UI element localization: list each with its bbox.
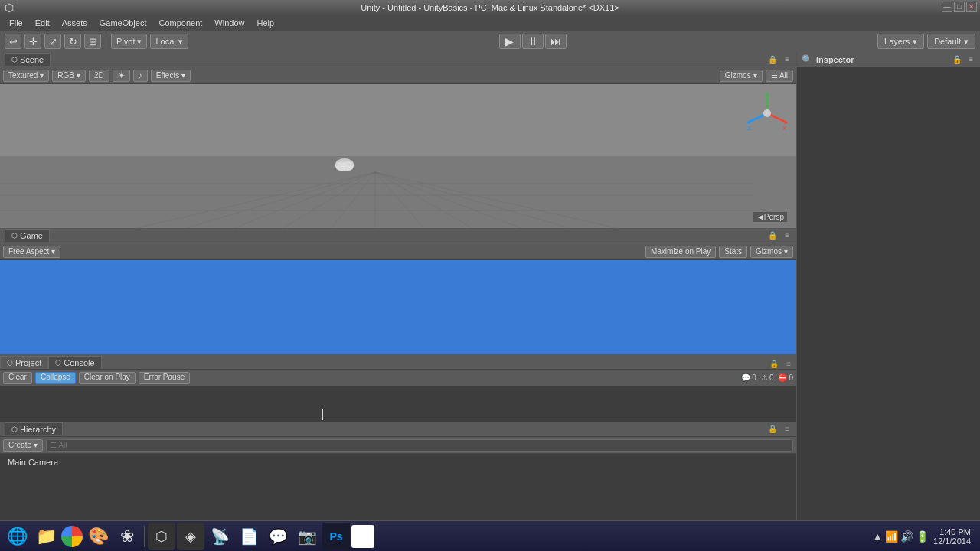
hierarchy-search-input[interactable] (46, 439, 793, 452)
menu-edit[interactable]: Edit (29, 17, 56, 29)
console-panel-options: 🔒 ≡ (767, 359, 796, 369)
clear-button[interactable]: Clear (3, 372, 32, 384)
free-aspect-dropdown[interactable]: Free Aspect ▾ (3, 246, 60, 258)
taskbar-flower-icon[interactable]: ❀ (113, 523, 141, 550)
local-button[interactable]: Local ▾ (150, 34, 188, 49)
game-viewport[interactable] (0, 260, 796, 354)
inspector-icon: 🔍 (802, 54, 813, 65)
tool-move-button[interactable]: ✛ (24, 34, 41, 49)
stats-button[interactable]: Stats (719, 246, 747, 258)
taskbar-ie-icon[interactable]: 🌐 (3, 523, 31, 550)
taskbar-white-box-icon[interactable] (351, 525, 374, 548)
svg-marker-24 (765, 92, 769, 96)
game-lock-icon[interactable]: 🔒 (766, 230, 779, 240)
network-icon[interactable]: 📶 (885, 530, 898, 543)
console-lock-icon[interactable]: 🔒 (767, 359, 781, 369)
menu-file[interactable]: File (3, 17, 29, 29)
taskbar-unity-icon[interactable]: ⬡ (148, 523, 175, 550)
step-button[interactable]: ⏭ (545, 34, 567, 49)
maximize-button[interactable]: □ (954, 2, 965, 12)
hierarchy-tab[interactable]: ⬡ Hierarchy (5, 422, 63, 435)
error-pause-button[interactable]: Error Pause (139, 372, 190, 384)
battery-icon[interactable]: 🔋 (916, 530, 929, 543)
svg-text:Y: Y (766, 99, 770, 106)
show-hidden-icon[interactable]: ▲ (872, 530, 883, 543)
lighting-button[interactable]: ☀ (113, 70, 130, 82)
taskbar-photoshop-mini-icon[interactable]: 🎨 (84, 523, 112, 550)
menu-window[interactable]: Window (208, 17, 250, 29)
taskbar-unity2-icon[interactable]: ◈ (177, 523, 204, 550)
stats-label: Stats (724, 247, 742, 256)
error-count: 0 (789, 373, 793, 382)
scene-tab[interactable]: ⬡ Scene (5, 53, 51, 66)
pause-button[interactable]: ⏸ (522, 34, 544, 49)
scene-menu-icon[interactable]: ≡ (782, 54, 792, 64)
all-button[interactable]: ☰ All (766, 70, 793, 82)
taskbar-photo-icon[interactable]: 📷 (293, 523, 321, 550)
taskbar-folder-icon[interactable]: 📁 (32, 523, 60, 550)
taskbar-chrome-icon[interactable] (61, 526, 83, 547)
inspector-lock-button[interactable]: 🔒 (950, 54, 964, 64)
layers-dropdown[interactable]: Layers ▾ (877, 34, 924, 49)
rgb-button[interactable]: RGB ▾ (52, 70, 86, 82)
tool-rect-button[interactable]: ⊞ (84, 34, 101, 49)
menu-help[interactable]: Help (250, 17, 280, 29)
window-controls[interactable]: — □ ✕ (942, 2, 977, 12)
game-menu-icon[interactable]: ≡ (782, 230, 792, 240)
scene-gizmo[interactable]: Y X Z (744, 90, 790, 144)
taskbar: 🌐 📁 🎨 ❀ ⬡ ◈ 📡 📄 💬 📷 Ps ▲ 📶 🔊 🔋 1:40 PM 1… (0, 520, 980, 551)
menu-assets[interactable]: Assets (56, 17, 93, 29)
close-button[interactable]: ✕ (966, 2, 977, 12)
scene-toolbar: Textured ▾ RGB ▾ 2D ☀ ♪ Effects ▾ (0, 67, 796, 84)
play-button[interactable]: ▶ (499, 34, 521, 49)
default-dropdown[interactable]: Default ▾ (927, 34, 975, 49)
inspector-menu-button[interactable]: ≡ (966, 54, 975, 64)
game-tab[interactable]: ⬡ Game (5, 229, 50, 242)
hierarchy-item-main-camera[interactable]: Main Camera (5, 457, 792, 468)
menu-gameobject[interactable]: GameObject (93, 17, 153, 29)
pivot-button[interactable]: Pivot ▾ (111, 34, 147, 49)
menu-component[interactable]: Component (152, 17, 208, 29)
warning-count: 0 (769, 373, 774, 382)
game-gizmos-button[interactable]: Gizmos ▾ (750, 246, 793, 258)
textured-button[interactable]: Textured ▾ (3, 70, 49, 82)
taskbar-file-icon[interactable]: 📄 (235, 523, 263, 550)
effects-button[interactable]: Effects ▾ (151, 70, 191, 82)
console-menu-icon[interactable]: ≡ (784, 359, 793, 369)
audio-button[interactable]: ♪ (133, 70, 148, 82)
svg-text:Z: Z (747, 125, 751, 132)
tool-rotate-button[interactable]: ⤢ (44, 34, 61, 49)
default-label: Default (934, 37, 961, 46)
inspector-controls: 🔒 ≡ (950, 54, 975, 64)
2d-button[interactable]: 2D (89, 70, 109, 82)
hierarchy-lock-icon[interactable]: 🔒 (766, 424, 779, 434)
create-button[interactable]: Create ▾ (3, 439, 43, 452)
volume-icon[interactable]: 🔊 (900, 530, 913, 543)
project-tab[interactable]: ⬡ Project (0, 356, 48, 369)
taskbar-skype-icon[interactable]: 💬 (264, 523, 292, 550)
hierarchy-menu-icon[interactable]: ≡ (782, 424, 792, 434)
collapse-button[interactable]: Collapse (35, 372, 76, 384)
message-count-badge: 💬 0 (741, 373, 756, 382)
inspector-tab-label: Inspector (816, 55, 854, 64)
minimize-button[interactable]: — (942, 2, 952, 12)
tool-scale-button[interactable]: ↻ (64, 34, 81, 49)
console-tab[interactable]: ⬡ Console (48, 356, 101, 369)
taskbar-broadcast-icon[interactable]: 📡 (206, 523, 234, 550)
console-content[interactable] (0, 386, 796, 422)
clear-on-play-button[interactable]: Clear on Play (79, 372, 136, 384)
console-tab-label: Console (64, 358, 94, 367)
game-gizmos-label: Gizmos (756, 247, 782, 256)
maximize-on-play-button[interactable]: Maximize on Play (645, 246, 716, 258)
gizmos-button[interactable]: Gizmos ▾ (720, 70, 763, 82)
gizmos-label: Gizmos (725, 71, 751, 80)
tool-hand-button[interactable]: ↩ (5, 34, 21, 49)
local-label: Local (155, 37, 175, 46)
scene-viewport[interactable]: Y X Z ◄Persp (0, 84, 796, 228)
clock[interactable]: 1:40 PM 12/1/2014 (933, 527, 971, 546)
taskbar-photoshop-icon[interactable]: Ps (322, 523, 350, 550)
toolbar-separator-1 (106, 34, 106, 49)
scene-lock-icon[interactable]: 🔒 (766, 54, 779, 64)
maximize-label: Maximize on Play (651, 247, 710, 256)
hierarchy-panel-options: 🔒 ≡ (766, 424, 792, 434)
